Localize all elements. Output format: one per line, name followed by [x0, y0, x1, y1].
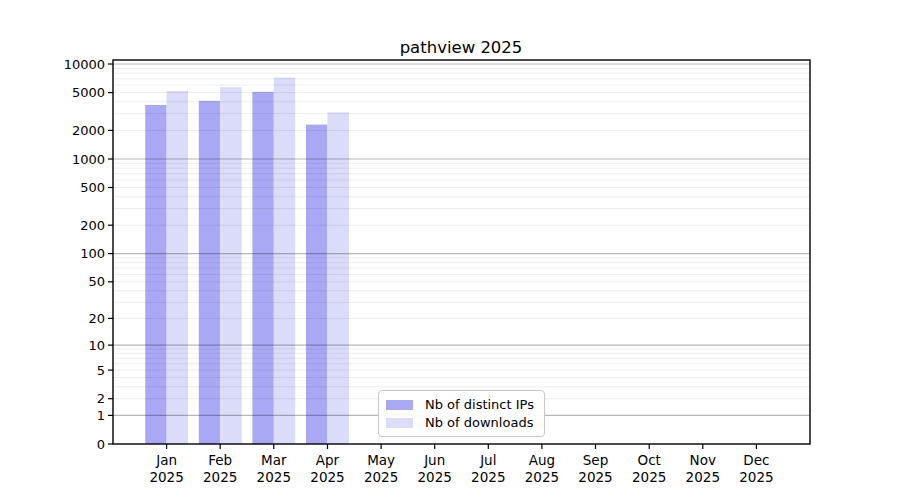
legend: Nb of distinct IPs Nb of downloads	[378, 390, 545, 437]
y-tick-label: 20	[88, 311, 105, 326]
x-tick-label-month: Sep	[583, 452, 608, 468]
legend-label-distinct-ips: Nb of distinct IPs	[425, 398, 534, 411]
legend-item-distinct-ips: Nb of distinct IPs	[386, 398, 544, 411]
y-tick-label: 2000	[72, 123, 105, 138]
x-tick-label-month: Mar	[261, 452, 287, 468]
x-tick-label-month: Apr	[316, 452, 340, 468]
bar-ips-feb	[199, 101, 220, 444]
x-tick-label-month: Nov	[690, 452, 716, 468]
bar-downloads-jan	[167, 91, 188, 444]
bar-downloads-feb	[220, 87, 241, 444]
y-tick-label: 50	[88, 274, 105, 289]
legend-label-downloads: Nb of downloads	[425, 416, 533, 429]
x-tick-label-year: 2025	[525, 469, 559, 485]
y-tick-label: 200	[80, 218, 105, 233]
legend-item-downloads: Nb of downloads	[386, 416, 544, 429]
y-tick-label: 10000	[64, 57, 105, 72]
x-tick-label-month: Feb	[208, 452, 232, 468]
x-tick-label-month: Jul	[479, 452, 496, 468]
y-tick-label: 1000	[72, 152, 105, 167]
y-axis: 100005000200010005002001005020105210	[64, 57, 113, 452]
y-tick-label: 5	[97, 363, 105, 378]
download-stats-figure: pathview 2025 10000500020001000500200100…	[0, 0, 900, 500]
x-tick-label-year: 2025	[418, 469, 452, 485]
y-tick-label: 100	[80, 246, 105, 261]
y-tick-label: 500	[80, 180, 105, 195]
x-tick-label-month: Oct	[638, 452, 661, 468]
legend-swatch-distinct-ips	[386, 400, 413, 410]
y-tick-label: 1	[97, 408, 105, 423]
x-tick-label-year: 2025	[310, 469, 344, 485]
legend-swatch-downloads	[386, 418, 413, 428]
x-tick-label-year: 2025	[257, 469, 291, 485]
x-tick-label-year: 2025	[364, 469, 398, 485]
x-tick-label-year: 2025	[739, 469, 773, 485]
x-tick-label-month: May	[367, 452, 395, 468]
y-tick-label: 10	[88, 338, 105, 353]
x-tick-label-month: Dec	[743, 452, 769, 468]
x-tick-label-year: 2025	[686, 469, 720, 485]
bars	[145, 78, 349, 444]
x-tick-label-year: 2025	[149, 469, 183, 485]
x-tick-label-year: 2025	[578, 469, 612, 485]
bar-ips-apr	[306, 125, 327, 444]
x-tick-label-month: Jan	[155, 452, 177, 468]
x-tick-label-year: 2025	[471, 469, 505, 485]
x-tick-label-year: 2025	[203, 469, 237, 485]
y-tick-label: 0	[97, 437, 105, 452]
x-tick-label-year: 2025	[632, 469, 666, 485]
x-tick-label-month: Jun	[423, 452, 445, 468]
y-tick-label: 5000	[72, 85, 105, 100]
x-tick-label-month: Aug	[529, 452, 555, 468]
chart-title: pathview 2025	[400, 38, 523, 57]
bar-downloads-apr	[328, 112, 349, 444]
bar-downloads-mar	[274, 78, 295, 444]
x-axis: Jan2025Feb2025Mar2025Apr2025May2025Jun20…	[149, 444, 773, 485]
y-tick-label: 2	[97, 391, 105, 406]
